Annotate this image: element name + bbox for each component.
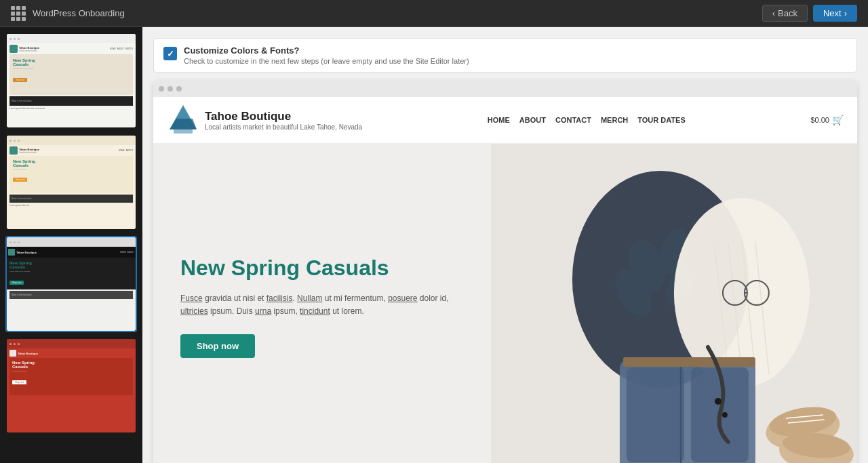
next-arrow-icon: ›: [844, 8, 847, 18]
svg-point-23: [722, 412, 728, 418]
cart-area[interactable]: $0.00 🛒: [810, 115, 844, 125]
hero-desc-fusce: Fusce: [180, 294, 203, 303]
main-layout: Tahoe Boutique Local artists market HOME…: [0, 27, 868, 463]
top-bar-left: WordPress Onboarding: [11, 6, 125, 21]
hero-image: [491, 144, 857, 463]
hero-description: Fusce gravida ut nisi et facilisis. Null…: [180, 292, 464, 318]
customize-checkbox[interactable]: [163, 47, 177, 60]
cart-icon: 🛒: [832, 115, 844, 125]
site-header: Tahoe Boutique Local artists market in b…: [153, 97, 857, 144]
theme-card-3[interactable]: Tahoe Boutique HOME ABOUT New Spring Cas…: [5, 236, 137, 332]
nav-merch[interactable]: MERCH: [601, 116, 628, 124]
nav-tour-dates[interactable]: TOUR DATES: [637, 116, 686, 124]
frame-dot-green: [176, 86, 182, 92]
frame-dot-yellow: [167, 86, 173, 92]
svg-rect-2: [174, 129, 193, 134]
frame-dot-red: [159, 86, 164, 92]
logo-area: Tahoe Boutique Local artists market in b…: [167, 104, 362, 136]
svg-point-22: [715, 398, 722, 405]
theme-sidebar: Tahoe Boutique Local artists market HOME…: [0, 27, 142, 463]
svg-rect-18: [627, 367, 684, 462]
frame-bar: [153, 81, 857, 97]
back-button[interactable]: ‹ Back: [762, 5, 808, 22]
preview-frame: Tahoe Boutique Local artists market in b…: [153, 81, 857, 463]
back-arrow-icon: ‹: [772, 8, 775, 18]
right-content: Customize Colors & Fonts? Check to custo…: [142, 27, 868, 463]
site-tagline: Local artists market in beautiful Lake T…: [205, 123, 362, 131]
shop-now-button[interactable]: Shop now: [180, 334, 255, 358]
svg-marker-1: [170, 119, 197, 129]
nav-contact[interactable]: CONTACT: [555, 116, 591, 124]
customize-text: Customize Colors & Fonts? Check to custo…: [184, 45, 469, 65]
nav-home[interactable]: HOME: [488, 116, 510, 124]
clothes-illustration: [491, 144, 857, 463]
nav-buttons: ‹ Back Next ›: [762, 5, 857, 22]
back-label: Back: [778, 8, 797, 18]
hero-section: New Spring Casuals Fusce gravida ut nisi…: [153, 144, 857, 463]
logo-text: Tahoe Boutique Local artists market in b…: [205, 110, 362, 131]
hero-text: New Spring Casuals Fusce gravida ut nisi…: [153, 144, 491, 463]
cart-price: $0.00: [810, 116, 829, 124]
site-nav: HOME ABOUT CONTACT MERCH TOUR DATES: [488, 116, 686, 124]
grid-icon: [11, 6, 26, 21]
theme-card-1[interactable]: Tahoe Boutique Local artists market HOME…: [5, 33, 137, 129]
customize-title: Customize Colors & Fonts?: [184, 45, 469, 56]
theme-card-4[interactable]: Tahoe Boutique New Spring Casuals Lorem …: [5, 338, 137, 434]
next-button[interactable]: Next ›: [813, 5, 857, 22]
theme-card-2[interactable]: Tahoe Boutique Local artists market HOME…: [5, 134, 137, 230]
customize-subtitle: Check to customize in the next few steps…: [184, 57, 469, 65]
customize-bar: Customize Colors & Fonts? Check to custo…: [153, 38, 857, 73]
app-title: WordPress Onboarding: [33, 8, 125, 18]
hero-title: New Spring Casuals: [180, 255, 464, 281]
svg-rect-21: [623, 357, 755, 367]
top-bar: WordPress Onboarding ‹ Back Next ›: [0, 0, 868, 27]
nav-about[interactable]: ABOUT: [519, 116, 546, 124]
next-label: Next: [823, 8, 842, 18]
site-name: Tahoe Boutique: [205, 110, 362, 123]
site-logo: [167, 104, 199, 136]
